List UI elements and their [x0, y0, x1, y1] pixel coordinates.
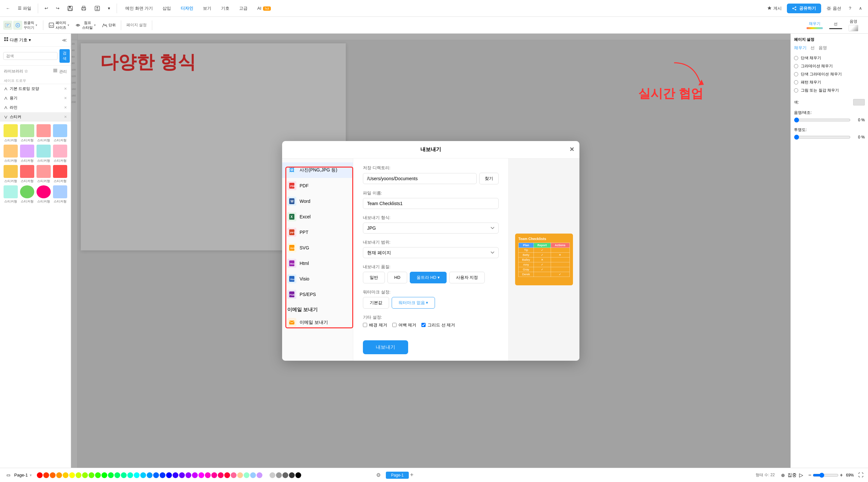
- quality-hd[interactable]: HD: [388, 272, 407, 283]
- watermark-none[interactable]: 워터마크 없음 ▾: [392, 297, 435, 309]
- zoom-in-button[interactable]: +: [840, 472, 843, 478]
- color-dot-22[interactable]: [179, 472, 185, 478]
- back-button[interactable]: ←: [3, 4, 12, 12]
- color-dot-6[interactable]: [75, 472, 82, 478]
- color-dot-14[interactable]: [127, 472, 133, 478]
- quality-normal[interactable]: 일반: [363, 272, 385, 283]
- fill-pattern[interactable]: 패턴 채우기: [794, 78, 865, 86]
- sticker-item-6[interactable]: 스티커형: [20, 145, 34, 163]
- color-dot-8[interactable]: [89, 472, 94, 478]
- shade-slider[interactable]: [794, 117, 850, 122]
- sidebar-item-basic-drawing[interactable]: 기본 드로잉 모양 ✕: [0, 84, 71, 93]
- tab-ai[interactable]: AI hot: [253, 4, 275, 12]
- format-item-word[interactable]: W Word: [282, 194, 353, 209]
- email-send-item[interactable]: 이메일 보내기: [282, 315, 353, 330]
- color-dot-2[interactable]: [50, 472, 56, 478]
- sticker-item-7[interactable]: 스티커형: [36, 145, 51, 163]
- search-button[interactable]: 검색: [59, 49, 70, 63]
- color-dot-40[interactable]: [296, 472, 301, 478]
- style-btn-2[interactable]: [13, 21, 22, 30]
- color-dot-12[interactable]: [115, 472, 120, 478]
- grid-remove-item[interactable]: 그리드 선 제거: [422, 322, 455, 328]
- add-page-button[interactable]: +: [410, 472, 414, 478]
- color-dot-38[interactable]: [282, 472, 288, 478]
- style-btn-1[interactable]: [3, 21, 12, 30]
- color-dot-1[interactable]: [43, 472, 49, 478]
- color-dot-11[interactable]: [108, 472, 114, 478]
- color-dot-23[interactable]: [185, 472, 191, 478]
- undo-button[interactable]: ↩: [42, 4, 51, 12]
- sticker-item-3[interactable]: 스티커형: [36, 124, 51, 143]
- sticker-item-14[interactable]: 스티커형: [20, 186, 34, 204]
- tab-insert[interactable]: 삽입: [158, 4, 176, 13]
- page-size-control[interactable]: A4 페이지 사이즈 ▾: [46, 20, 71, 30]
- canvas-area[interactable]: 20 40 60 80 100 120 140 160 180 200 다양한 …: [71, 34, 790, 468]
- fill-image-radio[interactable]: [794, 88, 798, 92]
- color-dot-16[interactable]: [140, 472, 146, 478]
- format-item-excel[interactable]: X Excel: [282, 209, 353, 225]
- redo-button[interactable]: ↪: [53, 4, 62, 12]
- tab-main-home[interactable]: 메인 화면 가기: [121, 4, 157, 13]
- line-control[interactable]: 선: [829, 21, 842, 29]
- color-dot-17[interactable]: [147, 472, 153, 478]
- format-item-pseps[interactable]: PS/EPS PS/EPS: [282, 287, 353, 302]
- color-dot-35[interactable]: [263, 472, 269, 478]
- print-button[interactable]: [78, 4, 89, 12]
- tab-design[interactable]: 디자인: [176, 4, 198, 13]
- dialog-overlay[interactable]: 내보내기 ✕ 🖼 사진(PNG,JPG 등) PDF: [71, 34, 790, 468]
- color-dot-39[interactable]: [289, 472, 295, 478]
- sticker-item-10[interactable]: 스티커형: [20, 165, 34, 183]
- color-dot-37[interactable]: [276, 472, 282, 478]
- format-item-pdf[interactable]: PDF PDF: [282, 178, 353, 194]
- shadow-tab[interactable]: 음영: [818, 45, 827, 51]
- fill-tab[interactable]: 채우기: [794, 45, 807, 51]
- color-dot-10[interactable]: [101, 472, 107, 478]
- fill-pattern-radio[interactable]: [794, 80, 798, 84]
- fill-solid[interactable]: 단색 채우기: [794, 54, 865, 62]
- browse-button[interactable]: 찾기: [479, 173, 499, 185]
- bg-remove-item[interactable]: 배경 제거: [363, 322, 387, 328]
- share-button[interactable]: 공유하기: [787, 4, 821, 13]
- format-item-html[interactable]: Html Html: [282, 256, 353, 271]
- color-dot-0[interactable]: [37, 472, 43, 478]
- save-dir-input[interactable]: [363, 173, 477, 184]
- sticker-item-15[interactable]: 스티커형: [36, 186, 51, 204]
- quality-ultrahd[interactable]: 울트라 HD ▾: [410, 272, 446, 283]
- unit-control[interactable]: 단위: [99, 22, 118, 28]
- color-dot-28[interactable]: [218, 472, 224, 478]
- color-dot-15[interactable]: [134, 472, 140, 478]
- export-submit-button[interactable]: 내보내기: [363, 340, 408, 354]
- sidebar-item-container[interactable]: 용기 ✕: [0, 93, 71, 103]
- search-input[interactable]: [3, 52, 58, 60]
- color-dot-20[interactable]: [166, 472, 172, 478]
- line-tab[interactable]: 선: [810, 45, 815, 51]
- margin-remove-checkbox[interactable]: [392, 323, 397, 327]
- fill-gradient-radio[interactable]: [794, 64, 798, 68]
- tab-symbol[interactable]: 기호: [217, 4, 234, 13]
- color-dot-36[interactable]: [270, 472, 275, 478]
- sticker-item-13[interactable]: 스티커형: [3, 186, 18, 204]
- sticker-item-5[interactable]: 스티커형: [3, 145, 18, 163]
- color-dot-24[interactable]: [192, 472, 198, 478]
- format-item-visio[interactable]: Viso Visio: [282, 271, 353, 287]
- options-button[interactable]: 옵션: [824, 4, 844, 12]
- dialog-close-button[interactable]: ✕: [569, 146, 574, 153]
- zoom-slider[interactable]: [813, 473, 839, 478]
- color-dot-21[interactable]: [173, 472, 178, 478]
- layers-button[interactable]: ⊛: [781, 473, 785, 478]
- shadow-control[interactable]: 음영: [848, 19, 858, 31]
- play-button[interactable]: ▷: [799, 472, 803, 478]
- sticker-item-8[interactable]: 스티커형: [53, 145, 67, 163]
- help-button[interactable]: ?: [846, 4, 854, 12]
- watermark-default[interactable]: 기본값: [363, 297, 389, 309]
- fill-solid-gradient-radio[interactable]: [794, 72, 798, 76]
- color-dot-7[interactable]: [82, 472, 88, 478]
- sidebar-item-sticker[interactable]: 스티커 ✕: [0, 112, 71, 122]
- color-dot-9[interactable]: [95, 472, 101, 478]
- focus-button[interactable]: 집중: [787, 472, 797, 478]
- sticker-item-4[interactable]: 스티커형: [53, 124, 67, 143]
- bg-remove-checkbox[interactable]: [363, 323, 367, 327]
- color-dot-5[interactable]: [69, 472, 75, 478]
- sticker-item-9[interactable]: 스티커형: [3, 165, 18, 183]
- color-dot-13[interactable]: [121, 472, 127, 478]
